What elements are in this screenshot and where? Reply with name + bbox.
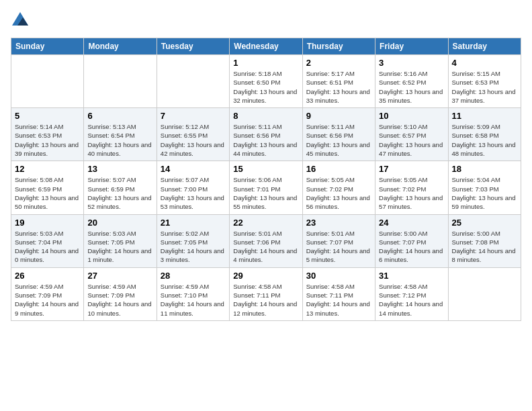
cell-info-text: Sunrise: 5:01 AM Sunset: 7:06 PM Dayligh… bbox=[233, 229, 298, 265]
logo-icon bbox=[11, 11, 30, 30]
logo bbox=[11, 11, 32, 30]
cell-date-number: 19 bbox=[15, 218, 80, 228]
day-header-thursday: Thursday bbox=[302, 38, 375, 55]
cell-info-text: Sunrise: 5:17 AM Sunset: 6:51 PM Dayligh… bbox=[306, 69, 371, 105]
calendar-cell: 3Sunrise: 5:16 AM Sunset: 6:52 PM Daylig… bbox=[375, 55, 448, 108]
calendar-cell: 14Sunrise: 5:07 AM Sunset: 7:00 PM Dayli… bbox=[157, 161, 229, 214]
cell-date-number: 22 bbox=[233, 218, 298, 228]
cell-date-number: 30 bbox=[306, 271, 371, 281]
cell-info-text: Sunrise: 5:13 AM Sunset: 6:54 PM Dayligh… bbox=[87, 122, 152, 158]
cell-info-text: Sunrise: 5:01 AM Sunset: 7:07 PM Dayligh… bbox=[306, 229, 371, 265]
calendar-cell: 20Sunrise: 5:03 AM Sunset: 7:05 PM Dayli… bbox=[84, 214, 157, 267]
calendar-cell bbox=[448, 267, 521, 320]
calendar-cell: 17Sunrise: 5:05 AM Sunset: 7:02 PM Dayli… bbox=[375, 161, 448, 214]
calendar-table: SundayMondayTuesdayWednesdayThursdayFrid… bbox=[11, 38, 521, 321]
calendar-cell: 31Sunrise: 4:58 AM Sunset: 7:12 PM Dayli… bbox=[375, 267, 448, 320]
cell-info-text: Sunrise: 5:00 AM Sunset: 7:08 PM Dayligh… bbox=[452, 229, 517, 265]
cell-date-number: 20 bbox=[87, 218, 152, 228]
page-header bbox=[11, 11, 521, 30]
calendar-cell: 6Sunrise: 5:13 AM Sunset: 6:54 PM Daylig… bbox=[84, 108, 157, 161]
day-header-saturday: Saturday bbox=[448, 38, 521, 55]
days-of-week-row: SundayMondayTuesdayWednesdayThursdayFrid… bbox=[11, 38, 521, 55]
calendar-cell bbox=[157, 55, 229, 108]
day-header-friday: Friday bbox=[375, 38, 448, 55]
cell-info-text: Sunrise: 5:02 AM Sunset: 7:05 PM Dayligh… bbox=[161, 229, 226, 265]
week-row-2: 5Sunrise: 5:14 AM Sunset: 6:53 PM Daylig… bbox=[11, 108, 521, 161]
week-row-3: 12Sunrise: 5:08 AM Sunset: 6:59 PM Dayli… bbox=[11, 161, 521, 214]
calendar-cell: 7Sunrise: 5:12 AM Sunset: 6:55 PM Daylig… bbox=[157, 108, 229, 161]
calendar-cell bbox=[11, 55, 84, 108]
week-row-1: 1Sunrise: 5:18 AM Sunset: 6:50 PM Daylig… bbox=[11, 55, 521, 108]
cell-date-number: 9 bbox=[306, 111, 371, 121]
cell-date-number: 27 bbox=[87, 271, 152, 281]
cell-info-text: Sunrise: 5:00 AM Sunset: 7:07 PM Dayligh… bbox=[379, 229, 444, 265]
calendar-cell: 22Sunrise: 5:01 AM Sunset: 7:06 PM Dayli… bbox=[230, 214, 302, 267]
cell-info-text: Sunrise: 4:58 AM Sunset: 7:11 PM Dayligh… bbox=[306, 282, 371, 318]
cell-date-number: 16 bbox=[306, 164, 371, 174]
day-header-monday: Monday bbox=[84, 38, 157, 55]
calendar-cell: 8Sunrise: 5:11 AM Sunset: 6:56 PM Daylig… bbox=[230, 108, 302, 161]
cell-info-text: Sunrise: 5:06 AM Sunset: 7:01 PM Dayligh… bbox=[233, 175, 298, 211]
cell-info-text: Sunrise: 5:10 AM Sunset: 6:57 PM Dayligh… bbox=[379, 122, 444, 158]
cell-date-number: 28 bbox=[161, 271, 226, 281]
cell-info-text: Sunrise: 5:07 AM Sunset: 6:59 PM Dayligh… bbox=[87, 175, 152, 211]
day-header-sunday: Sunday bbox=[11, 38, 84, 55]
calendar-cell: 13Sunrise: 5:07 AM Sunset: 6:59 PM Dayli… bbox=[84, 161, 157, 214]
calendar-cell: 28Sunrise: 4:59 AM Sunset: 7:10 PM Dayli… bbox=[157, 267, 229, 320]
cell-info-text: Sunrise: 4:59 AM Sunset: 7:09 PM Dayligh… bbox=[87, 282, 152, 318]
calendar-cell: 4Sunrise: 5:15 AM Sunset: 6:53 PM Daylig… bbox=[448, 55, 521, 108]
cell-date-number: 4 bbox=[452, 58, 517, 68]
calendar-cell: 15Sunrise: 5:06 AM Sunset: 7:01 PM Dayli… bbox=[230, 161, 302, 214]
calendar-cell: 26Sunrise: 4:59 AM Sunset: 7:09 PM Dayli… bbox=[11, 267, 84, 320]
cell-date-number: 29 bbox=[233, 271, 298, 281]
cell-info-text: Sunrise: 5:18 AM Sunset: 6:50 PM Dayligh… bbox=[233, 69, 298, 105]
cell-date-number: 2 bbox=[306, 58, 371, 68]
calendar-cell: 12Sunrise: 5:08 AM Sunset: 6:59 PM Dayli… bbox=[11, 161, 84, 214]
cell-info-text: Sunrise: 5:03 AM Sunset: 7:04 PM Dayligh… bbox=[15, 229, 80, 265]
cell-info-text: Sunrise: 5:04 AM Sunset: 7:03 PM Dayligh… bbox=[452, 175, 517, 211]
week-row-4: 19Sunrise: 5:03 AM Sunset: 7:04 PM Dayli… bbox=[11, 214, 521, 267]
cell-date-number: 21 bbox=[161, 218, 226, 228]
week-row-5: 26Sunrise: 4:59 AM Sunset: 7:09 PM Dayli… bbox=[11, 267, 521, 320]
cell-date-number: 3 bbox=[379, 58, 444, 68]
cell-date-number: 5 bbox=[15, 111, 80, 121]
calendar-cell: 25Sunrise: 5:00 AM Sunset: 7:08 PM Dayli… bbox=[448, 214, 521, 267]
calendar-cell: 19Sunrise: 5:03 AM Sunset: 7:04 PM Dayli… bbox=[11, 214, 84, 267]
cell-date-number: 14 bbox=[161, 164, 226, 174]
calendar-cell: 29Sunrise: 4:58 AM Sunset: 7:11 PM Dayli… bbox=[230, 267, 302, 320]
cell-info-text: Sunrise: 4:58 AM Sunset: 7:11 PM Dayligh… bbox=[233, 282, 298, 318]
cell-date-number: 17 bbox=[379, 164, 444, 174]
day-header-tuesday: Tuesday bbox=[157, 38, 229, 55]
calendar-cell: 18Sunrise: 5:04 AM Sunset: 7:03 PM Dayli… bbox=[448, 161, 521, 214]
cell-date-number: 6 bbox=[87, 111, 152, 121]
calendar-cell: 5Sunrise: 5:14 AM Sunset: 6:53 PM Daylig… bbox=[11, 108, 84, 161]
day-header-wednesday: Wednesday bbox=[230, 38, 302, 55]
cell-date-number: 8 bbox=[233, 111, 298, 121]
calendar-cell: 1Sunrise: 5:18 AM Sunset: 6:50 PM Daylig… bbox=[230, 55, 302, 108]
cell-info-text: Sunrise: 5:16 AM Sunset: 6:52 PM Dayligh… bbox=[379, 69, 444, 105]
calendar-cell: 23Sunrise: 5:01 AM Sunset: 7:07 PM Dayli… bbox=[302, 214, 375, 267]
cell-date-number: 10 bbox=[379, 111, 444, 121]
calendar-cell: 27Sunrise: 4:59 AM Sunset: 7:09 PM Dayli… bbox=[84, 267, 157, 320]
calendar-body: 1Sunrise: 5:18 AM Sunset: 6:50 PM Daylig… bbox=[11, 55, 521, 321]
cell-info-text: Sunrise: 5:11 AM Sunset: 6:56 PM Dayligh… bbox=[233, 122, 298, 158]
cell-info-text: Sunrise: 5:05 AM Sunset: 7:02 PM Dayligh… bbox=[306, 175, 371, 211]
cell-info-text: Sunrise: 5:15 AM Sunset: 6:53 PM Dayligh… bbox=[452, 69, 517, 105]
cell-date-number: 7 bbox=[161, 111, 226, 121]
calendar-cell: 9Sunrise: 5:11 AM Sunset: 6:56 PM Daylig… bbox=[302, 108, 375, 161]
calendar-cell: 2Sunrise: 5:17 AM Sunset: 6:51 PM Daylig… bbox=[302, 55, 375, 108]
cell-info-text: Sunrise: 5:11 AM Sunset: 6:56 PM Dayligh… bbox=[306, 122, 371, 158]
cell-date-number: 31 bbox=[379, 271, 444, 281]
cell-info-text: Sunrise: 4:58 AM Sunset: 7:12 PM Dayligh… bbox=[379, 282, 444, 318]
calendar-cell: 21Sunrise: 5:02 AM Sunset: 7:05 PM Dayli… bbox=[157, 214, 229, 267]
cell-info-text: Sunrise: 4:59 AM Sunset: 7:10 PM Dayligh… bbox=[161, 282, 226, 318]
cell-date-number: 11 bbox=[452, 111, 517, 121]
cell-info-text: Sunrise: 4:59 AM Sunset: 7:09 PM Dayligh… bbox=[15, 282, 80, 318]
cell-date-number: 13 bbox=[87, 164, 152, 174]
calendar-header: SundayMondayTuesdayWednesdayThursdayFrid… bbox=[11, 38, 521, 55]
cell-info-text: Sunrise: 5:08 AM Sunset: 6:59 PM Dayligh… bbox=[15, 175, 80, 211]
cell-date-number: 25 bbox=[452, 218, 517, 228]
cell-date-number: 18 bbox=[452, 164, 517, 174]
calendar-cell: 11Sunrise: 5:09 AM Sunset: 6:58 PM Dayli… bbox=[448, 108, 521, 161]
cell-info-text: Sunrise: 5:05 AM Sunset: 7:02 PM Dayligh… bbox=[379, 175, 444, 211]
